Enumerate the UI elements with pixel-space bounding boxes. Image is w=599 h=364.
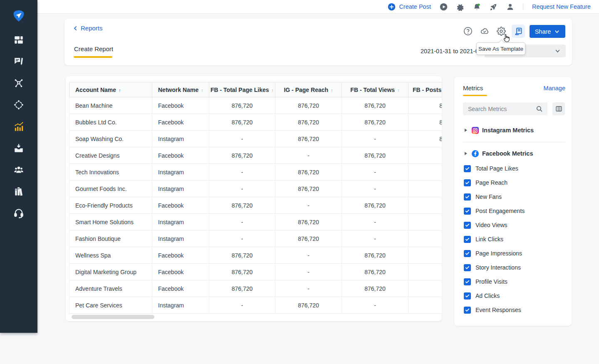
table-row: Soap Washing Co.Instagram-876,720-876,72…	[69, 131, 442, 147]
metric-checkbox[interactable]	[464, 278, 471, 285]
date-range-text: 2021-01-31 to 2021-02-	[421, 48, 484, 54]
table-row: Adventure TravelsFacebook876,720-876,720…	[69, 280, 442, 297]
sidebar-item-dashboard[interactable]	[0, 29, 37, 51]
metric-checkbox[interactable]	[464, 208, 471, 215]
metric-checkbox[interactable]	[464, 264, 471, 271]
horizontal-scrollbar-thumb[interactable]	[72, 315, 154, 319]
metrics-panel: Metrics Manage Instagram Metrics Faceboo…	[454, 77, 572, 326]
back-to-reports-link[interactable]: Reports	[73, 25, 103, 32]
help-icon[interactable]	[463, 27, 473, 36]
metric-checkbox[interactable]	[464, 179, 471, 186]
create-post-button[interactable]: Create Post	[388, 3, 431, 11]
metric-checkbox[interactable]	[464, 250, 471, 257]
metric-label: Story Interactions	[475, 264, 521, 271]
top-bar: Create Post Request New Feature	[37, 0, 599, 14]
table-cell: 876,720	[408, 97, 442, 114]
request-new-feature-link[interactable]: Request New Feature	[532, 3, 591, 10]
metric-label: Video Views	[475, 222, 507, 228]
table-cell: -	[209, 181, 275, 197]
columns-icon	[555, 105, 562, 112]
metric-label: Profile Visits	[475, 278, 507, 285]
play-icon[interactable]	[440, 3, 448, 11]
table-cell: Smart Home Solutions	[69, 214, 152, 230]
metric-checkbox[interactable]	[464, 307, 471, 314]
group-label: Instagram Metrics	[482, 127, 534, 134]
search-icon[interactable]	[536, 105, 543, 112]
share-button[interactable]: Share	[530, 25, 565, 38]
column-header-network-name[interactable]: Network Name↑	[152, 82, 209, 97]
table-cell: Wellness Spa	[69, 247, 152, 264]
search-metrics-input[interactable]	[463, 102, 547, 115]
manage-link[interactable]: Manage	[544, 85, 565, 92]
metrics-tab-underline	[463, 95, 487, 96]
facebook-icon	[472, 150, 479, 157]
column-view-button[interactable]	[552, 102, 565, 115]
metric-item: Event Responses	[454, 303, 572, 317]
sidebar-item-inbox[interactable]	[0, 137, 37, 159]
sidebar-item-publishing[interactable]	[0, 94, 37, 116]
table-cell: -	[408, 181, 442, 197]
column-header-account-name[interactable]: Account Name↑	[69, 82, 152, 97]
table-cell: Bubbles Ltd Co.	[69, 114, 152, 131]
table-cell: 876,720	[342, 197, 408, 214]
table-cell: 876,720	[275, 230, 342, 247]
table-cell: Facebook	[152, 114, 209, 131]
table-cell: -	[342, 131, 408, 147]
table-cell: 876,720	[408, 131, 442, 147]
tab-create-report[interactable]: Create Report	[74, 45, 113, 52]
column-header-fb-total-page-likes[interactable]: FB - Total Page Likes↑	[209, 82, 275, 97]
table-cell: Instagram	[152, 214, 209, 230]
column-header-ig-page-reach[interactable]: IG - Page Reach↑	[275, 82, 342, 97]
table-row: Gourmet Foods Inc.Instagram-876,720--	[69, 181, 442, 197]
metric-checkbox[interactable]	[464, 236, 471, 243]
metric-checkbox[interactable]	[464, 165, 471, 172]
metric-checkbox[interactable]	[464, 193, 471, 201]
table-cell: Creative Designs	[69, 147, 152, 164]
report-header-card: Reports Create Report Share 2021-01-31 t…	[64, 19, 572, 65]
table-cell: -	[275, 247, 342, 264]
gear-icon[interactable]	[497, 27, 506, 36]
paper-plane-logo[interactable]	[0, 2, 37, 29]
table-cell: Soap Washing Co.	[69, 131, 152, 147]
column-header-fb-posts[interactable]: FB - Posts↑	[408, 82, 442, 97]
table-cell: -	[275, 197, 342, 214]
sidebar-item-support[interactable]	[0, 202, 37, 224]
sidebar-item-library[interactable]	[0, 181, 37, 202]
table-cell: Facebook	[152, 280, 209, 297]
table-cell: 876,720	[209, 114, 275, 131]
table-cell: -	[342, 230, 408, 247]
table-cell: 876,720	[275, 181, 342, 197]
table-cell: 876,720	[209, 147, 275, 164]
group-instagram-metrics[interactable]: Instagram Metrics	[454, 124, 572, 136]
table-cell: Facebook	[152, 97, 209, 114]
table-cell: -	[275, 280, 342, 297]
save-as-template-button[interactable]	[512, 25, 525, 38]
gear-icon[interactable]	[456, 3, 464, 11]
sidebar-item-network[interactable]	[0, 72, 37, 94]
sidebar-item-people[interactable]	[0, 159, 37, 181]
person-icon[interactable]	[506, 3, 514, 11]
cloud-check-icon[interactable]	[480, 27, 489, 36]
tab-metrics[interactable]: Metrics	[463, 84, 483, 92]
metric-checkbox[interactable]	[464, 292, 471, 300]
table-cell: -	[342, 181, 408, 197]
table-cell: Facebook	[152, 197, 209, 214]
caret-right-icon	[465, 129, 467, 132]
table-cell: -	[209, 297, 275, 314]
sidebar-item-messages[interactable]	[0, 51, 37, 72]
metric-item: Page Impressions	[454, 246, 572, 260]
rocket-icon[interactable]	[490, 3, 498, 11]
table-row: Bubbles Ltd Co.Facebook876,720876,720876…	[69, 114, 442, 131]
table-cell: -	[408, 297, 442, 314]
chevron-down-icon	[554, 29, 560, 35]
metric-label: Page Reach	[475, 179, 507, 186]
bell-icon[interactable]	[473, 3, 481, 11]
group-facebook-metrics[interactable]: Facebook Metrics	[454, 147, 572, 160]
metric-item: Profile Visits	[454, 275, 572, 289]
sort-arrow-icon: ↑	[201, 88, 203, 93]
metric-checkbox[interactable]	[464, 222, 471, 229]
column-header-fb-total-views[interactable]: FB - Total Views↑	[342, 82, 408, 97]
table-cell: -	[209, 131, 275, 147]
sidebar-item-reports[interactable]	[0, 116, 37, 137]
table-cell: -	[275, 264, 342, 280]
